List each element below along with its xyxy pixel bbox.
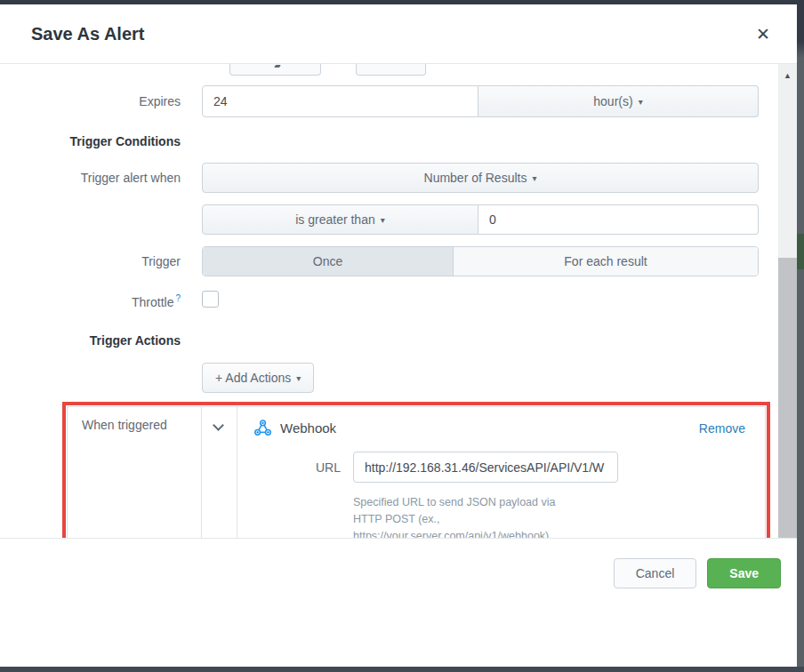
comparator-group: is greater than ▾: [202, 204, 759, 235]
vertical-scrollbar[interactable]: ▲ ▼: [778, 64, 797, 597]
comparator-dropdown[interactable]: is greater than ▾: [202, 204, 478, 235]
expires-label: Expires: [0, 94, 181, 108]
trigger-conditions-heading: Trigger Conditions: [0, 134, 181, 148]
trigger-alert-when-label: Trigger alert when: [0, 171, 181, 185]
dialog-header: Save As Alert ✕: [0, 4, 797, 64]
caret-down-icon: ▾: [381, 215, 385, 225]
condition-type-dropdown[interactable]: Number of Results ▾: [202, 163, 759, 193]
clipped-control: [356, 64, 426, 76]
trigger-label: Trigger: [0, 254, 181, 268]
dialog-body: Expires hour(s) ▾ Trigger Conditions Tri…: [0, 64, 797, 597]
throttle-label-text: Throttle: [132, 295, 173, 309]
throttle-row: Throttle?: [0, 292, 778, 310]
cancel-button[interactable]: Cancel: [614, 558, 697, 588]
trigger-row: Trigger Once For each result: [0, 246, 778, 276]
webhook-url-input[interactable]: [353, 452, 618, 483]
webhook-icon: [253, 419, 272, 437]
caret-down-icon: ▾: [532, 173, 536, 183]
caret-down-icon: ▾: [639, 97, 643, 107]
dialog-title: Save As Alert: [31, 24, 144, 44]
chevron-down-icon: [213, 420, 224, 431]
comparator-value: is greater than: [295, 212, 375, 227]
expires-group: hour(s) ▾: [202, 85, 759, 117]
action-name: Webhook: [280, 420, 336, 436]
comparator-row: is greater than ▾: [0, 204, 778, 235]
caret-down-icon: ▾: [296, 373, 301, 383]
webhook-action-header: Webhook Remove: [253, 419, 745, 437]
url-help-line: Specified URL to send JSON payload via: [353, 494, 629, 511]
condition-type-value: Number of Results: [424, 171, 527, 185]
trigger-option-once[interactable]: Once: [203, 247, 453, 276]
add-actions-button[interactable]: + Add Actions ▾: [202, 363, 314, 393]
url-help-text: Specified URL to send JSON payload via H…: [353, 494, 629, 544]
remove-action-link[interactable]: Remove: [699, 421, 745, 436]
trigger-alert-when-row: Trigger alert when Number of Results ▾: [0, 163, 778, 193]
trigger-actions-heading: Trigger Actions: [0, 333, 181, 348]
expires-input[interactable]: [202, 85, 478, 117]
save-button[interactable]: Save: [707, 558, 781, 588]
threshold-input[interactable]: [478, 204, 759, 235]
screenshot-frame: Save As Alert ✕ Expires hour(s) ▾: [0, 0, 804, 672]
help-question-icon[interactable]: ?: [175, 293, 181, 303]
close-icon[interactable]: ✕: [752, 22, 774, 46]
throttle-checkbox[interactable]: [202, 291, 219, 308]
add-actions-label: + Add Actions: [215, 371, 291, 385]
trigger-option-for-each-result[interactable]: For each result: [453, 247, 758, 276]
scrollbar-thumb[interactable]: [778, 258, 797, 573]
page-background-bottom: [0, 667, 804, 672]
clipped-text-fragment: [274, 65, 281, 68]
scroll-up-icon[interactable]: ▲: [778, 71, 797, 80]
page-background-right: [797, 4, 804, 672]
throttle-label: Throttle?: [0, 293, 181, 309]
clipped-control: [229, 64, 321, 76]
trigger-segmented-control: Once For each result: [202, 246, 759, 276]
save-as-alert-dialog: Save As Alert ✕ Expires hour(s) ▾: [0, 4, 797, 667]
background-page-fragment: [797, 234, 804, 269]
expires-unit-dropdown[interactable]: hour(s) ▾: [478, 85, 759, 117]
add-actions-row: + Add Actions ▾: [0, 363, 778, 393]
expires-row: Expires hour(s) ▾: [0, 85, 778, 117]
expires-unit-value: hour(s): [593, 94, 632, 108]
url-label: URL: [253, 460, 341, 475]
dialog-footer: Cancel Save: [0, 538, 797, 607]
url-row: URL: [253, 452, 745, 483]
url-help-line: HTTP POST (ex.,: [353, 511, 629, 528]
